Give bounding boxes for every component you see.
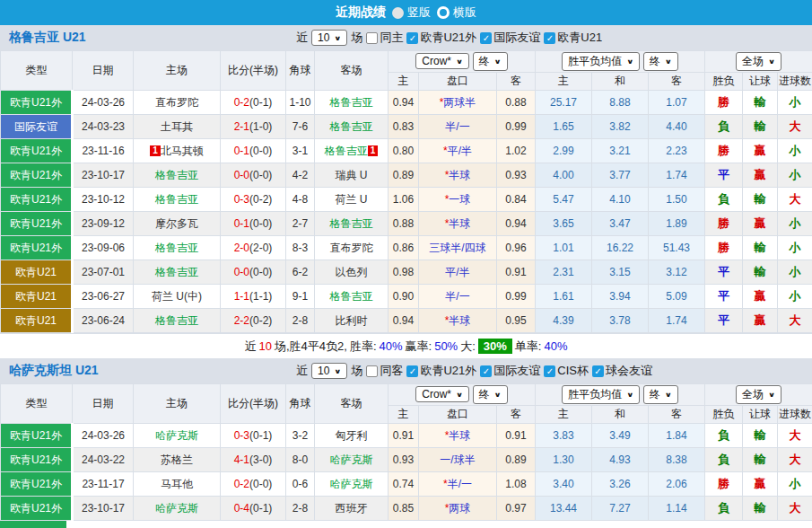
corner-score: 1-10 xyxy=(286,91,315,115)
result-goals: 大 xyxy=(778,309,812,333)
mean-final-select[interactable]: 终∨ xyxy=(643,385,678,404)
away-team: 哈萨克斯 xyxy=(315,472,389,497)
corner-score: 9-1 xyxy=(286,285,315,309)
checkbox-checked-icon[interactable]: ✓ xyxy=(544,365,555,377)
match-row: 欧青U21外23-09-12摩尔多瓦0-1(0-0)2-7格鲁吉亚0.88*半球… xyxy=(1,212,812,236)
mean-source-select[interactable]: 胜平负均值∨ xyxy=(562,385,640,404)
league-checkbox-1[interactable]: ✓ 国际友谊 xyxy=(480,30,540,46)
checkbox-checked-icon[interactable]: ✓ xyxy=(592,365,604,377)
column-header-type: 类型 xyxy=(1,51,73,91)
mean-draw: 3.78 xyxy=(592,309,649,333)
match-score: 0-1(0-0) xyxy=(221,212,286,236)
away-team: 荷兰 U xyxy=(315,188,389,212)
match-score: 2-0(2-0) xyxy=(221,236,286,260)
checkbox-checked-icon[interactable]: ✓ xyxy=(544,32,555,44)
match-score: 2-1(1-0) xyxy=(221,115,286,139)
home-odds: 0.98 xyxy=(389,260,419,285)
radio-horizontal[interactable]: 横版 xyxy=(437,4,476,21)
checkbox-checked-icon[interactable]: ✓ xyxy=(406,32,418,44)
scope-select[interactable]: 全场∨ xyxy=(736,385,781,404)
corner-score: 4-2 xyxy=(286,163,315,188)
text: 0-4 xyxy=(234,502,249,515)
league-checkbox-3[interactable]: ✓ 球会友谊 xyxy=(592,363,652,379)
mean-home: 2.31 xyxy=(536,260,592,285)
league-checkbox-0[interactable]: ✓ 欧青U21外 xyxy=(406,30,476,46)
league-checkbox-2[interactable]: ✓ 欧青U21 xyxy=(544,30,602,46)
away-odds: 0.94 xyxy=(497,212,536,236)
checkbox-checked-icon[interactable]: ✓ xyxy=(406,365,418,377)
handicap-line: *两球半 xyxy=(419,91,497,115)
same-venue-checkbox[interactable]: 同客 xyxy=(366,363,403,379)
column-header-type: 类型 xyxy=(1,384,73,424)
games-label: 场 xyxy=(351,363,362,379)
mean-away: 1.84 xyxy=(649,424,705,448)
radio-vertical[interactable]: 竖版 xyxy=(392,4,431,21)
text: 一球 xyxy=(449,193,470,206)
column-header-date: 日期 xyxy=(73,384,134,424)
league-checkbox-1[interactable]: ✓ 国际友谊 xyxy=(480,363,540,379)
league-checkbox-0[interactable]: ✓ 欧青U21外 xyxy=(406,363,476,379)
near-count-select[interactable]: 10 ∨ xyxy=(311,363,347,379)
home-odds: 0.83 xyxy=(389,115,419,139)
match-score: 1-1(1-1) xyxy=(221,285,286,309)
text: 瑞典 U xyxy=(336,169,368,181)
competition-badge: 欧青U21外 xyxy=(1,448,73,472)
text: 苏格兰 xyxy=(161,453,193,466)
chevron-down-icon: ∨ xyxy=(334,34,341,41)
mean-final-select[interactable]: 终∨ xyxy=(643,52,678,71)
mean-draw: 4.93 xyxy=(592,448,649,472)
odds-final-select[interactable]: 终∨ xyxy=(473,52,508,71)
text: 格鲁吉亚 xyxy=(155,242,198,254)
corner-score: 2-8 xyxy=(286,497,315,521)
radio-unselected-icon[interactable] xyxy=(437,6,450,19)
match-date: 23-10-12 xyxy=(73,188,134,212)
match-row: 欧青U2123-06-24格鲁吉亚2-2(0-2)2-8比利时0.94*半球0.… xyxy=(1,309,812,333)
near-count-select[interactable]: 10 ∨ xyxy=(311,30,347,46)
win-rate-label: 胜率: xyxy=(350,339,377,355)
clipped-next-row xyxy=(0,521,812,528)
section-header-kazakhstan: 哈萨克斯坦 U21 近 10 ∨ 场 同客 ✓ 欧青U21外 ✓ 国际友谊 ✓ xyxy=(0,358,812,383)
result-handicap: 輸 xyxy=(743,448,778,472)
scope-select[interactable]: 全场∨ xyxy=(736,52,781,71)
radio-selected-icon[interactable] xyxy=(392,7,404,19)
same-venue-checkbox[interactable]: 同主 xyxy=(366,30,403,46)
mean-final-value: 终 xyxy=(650,54,660,69)
league-checkbox-2[interactable]: ✓ CIS杯 xyxy=(544,363,589,379)
corner-score: 8-0 xyxy=(286,448,315,472)
summary-count: 10 xyxy=(258,339,271,353)
away-team: 格鲁吉亚 xyxy=(315,212,389,236)
column-header-away: 客场 xyxy=(315,51,389,91)
result-goals: 小 xyxy=(778,139,812,163)
odds-source-select[interactable]: Crow*∨ xyxy=(415,386,469,402)
checkbox-unchecked-icon[interactable] xyxy=(366,32,378,44)
result-winloss: 勝 xyxy=(705,236,743,260)
odds-source-select[interactable]: Crow*∨ xyxy=(415,53,469,69)
mean-source-select[interactable]: 胜平负均值∨ xyxy=(562,52,640,71)
section-header-georgia: 格鲁吉亚 U21 近 10 ∨ 场 同主 ✓ 欧青U21外 ✓ 国际友谊 ✓ xyxy=(0,25,812,50)
text: 格鲁吉亚 xyxy=(155,266,198,278)
text: 0-3 xyxy=(234,193,249,206)
filter-bar: 近 10 ∨ 场 同主 ✓ 欧青U21外 ✓ 国际友谊 ✓ 欧青U21 xyxy=(296,30,602,46)
match-score: 0-2(0-1) xyxy=(221,91,286,115)
checkbox-unchecked-icon[interactable] xyxy=(366,365,378,377)
away-team: 西班牙 xyxy=(315,497,389,521)
text: (0-0) xyxy=(249,217,272,230)
text: (0-0) xyxy=(249,169,272,181)
away-odds: 0.93 xyxy=(497,163,536,188)
text: 直布罗陀 xyxy=(330,242,373,254)
scope-value: 全场 xyxy=(742,54,764,69)
mean-draw: 7.27 xyxy=(592,497,649,521)
checkbox-checked-icon[interactable]: ✓ xyxy=(480,32,492,44)
home-team: 哈萨克斯 xyxy=(134,497,221,521)
away-odds: 0.91 xyxy=(497,260,536,285)
home-team: 格鲁吉亚 xyxy=(134,309,221,333)
odds-final-select[interactable]: 终∨ xyxy=(473,385,508,404)
competition-badge: 欧青U21外 xyxy=(1,163,73,188)
result-handicap: 輸 xyxy=(743,497,778,521)
text: (0-1) xyxy=(249,96,272,109)
home-odds: 0.85 xyxy=(389,497,419,521)
away-odds: 0.96 xyxy=(497,236,536,260)
home-team: 格鲁吉亚 xyxy=(134,163,221,188)
checkbox-checked-icon[interactable]: ✓ xyxy=(480,365,492,377)
result-goals: 小 xyxy=(778,472,812,497)
